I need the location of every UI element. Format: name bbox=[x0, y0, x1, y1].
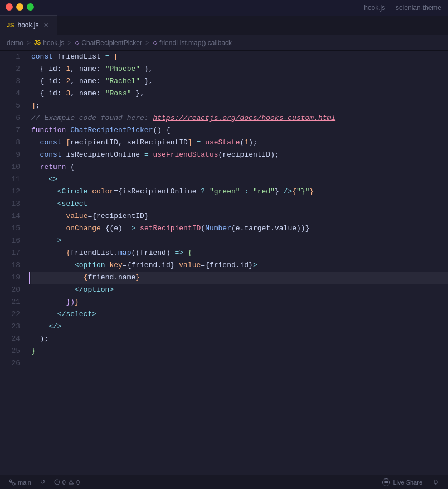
code-line-22: </select> bbox=[31, 308, 448, 321]
ln-15: 15 bbox=[0, 222, 29, 235]
js-file-icon: JS bbox=[34, 40, 41, 46]
sync-icon: ↺ bbox=[40, 478, 45, 486]
breadcrumb-hookjs[interactable]: JS hook.js bbox=[34, 39, 64, 47]
code-line-17: {friendList.map((friend) => { bbox=[31, 247, 448, 259]
code-line-12: <Circle color={isRecipientOnline ? "gree… bbox=[31, 186, 448, 198]
ln-19: 19 bbox=[0, 272, 29, 284]
ln-6: 6 bbox=[0, 112, 29, 124]
ln-18: 18 bbox=[0, 259, 29, 272]
maximize-button[interactable] bbox=[27, 3, 34, 11]
func-icon-2: ◇ bbox=[153, 39, 157, 46]
code-line-11: <> bbox=[31, 173, 448, 186]
func-icon-1: ◇ bbox=[75, 39, 79, 46]
ln-2: 2 bbox=[0, 63, 29, 75]
breadcrumb-chatrecipientpicker-label: ChatRecipientPicker bbox=[81, 39, 142, 47]
breadcrumb-sep-3: > bbox=[145, 39, 149, 47]
ln-16: 16 bbox=[0, 235, 29, 247]
ln-23: 23 bbox=[0, 321, 29, 333]
ln-26: 26 bbox=[0, 357, 29, 370]
code-line-20: </option> bbox=[31, 284, 448, 296]
code-line-25: } bbox=[31, 345, 448, 357]
breadcrumb-sep-2: > bbox=[67, 39, 71, 47]
ln-25: 25 bbox=[0, 345, 29, 357]
close-button[interactable] bbox=[6, 3, 13, 11]
ln-21: 21 bbox=[0, 296, 29, 308]
warning-icon bbox=[68, 479, 74, 485]
comment-link[interactable]: https://reactjs.org/docs/hooks-custom.ht… bbox=[153, 114, 335, 122]
ln-12: 12 bbox=[0, 186, 29, 198]
ln-8: 8 bbox=[0, 137, 29, 149]
editor: 1 2 3 4 5 6 7 8 9 10 11 12 13 14 15 16 1… bbox=[0, 51, 448, 475]
tab-hook-js[interactable]: JS hook.js ✕ bbox=[0, 15, 57, 35]
ln-17: 17 bbox=[0, 247, 29, 259]
ln-9: 9 bbox=[0, 149, 29, 161]
status-bar: main ↺ 0 0 ⇄ Live Share bbox=[0, 475, 448, 489]
breadcrumb-demo[interactable]: demo bbox=[7, 39, 23, 47]
svg-point-6 bbox=[57, 483, 57, 483]
code-line-21: })} bbox=[31, 296, 448, 308]
tab-bar: JS hook.js ✕ bbox=[0, 16, 448, 35]
code-line-8: const [recipientID, setRecipientID] = us… bbox=[31, 137, 448, 149]
code-line-16: > bbox=[31, 235, 448, 247]
status-branch[interactable]: main bbox=[4, 475, 36, 489]
code-line-23: </> bbox=[31, 321, 448, 333]
code-line-13: <select bbox=[31, 198, 448, 210]
status-bell[interactable] bbox=[428, 475, 444, 489]
ln-1: 1 bbox=[0, 51, 29, 63]
live-share-label: Live Share bbox=[393, 479, 422, 486]
window-title: hook.js — selenian-theme bbox=[364, 4, 441, 12]
breadcrumb-callback-label: friendList.map() callback bbox=[159, 39, 232, 47]
code-line-24: ); bbox=[31, 333, 448, 345]
code-line-10: return ( bbox=[31, 161, 448, 173]
code-line-6: // Example code found here: https://reac… bbox=[31, 112, 448, 124]
bell-icon bbox=[432, 479, 439, 486]
breadcrumb-demo-label: demo bbox=[7, 39, 23, 47]
ln-22: 22 bbox=[0, 308, 29, 321]
error-icon bbox=[54, 479, 60, 485]
minimize-button[interactable] bbox=[16, 3, 23, 11]
traffic-lights[interactable] bbox=[6, 3, 34, 11]
title-bar: hook.js — selenian-theme bbox=[0, 0, 448, 16]
tab-close-button[interactable]: ✕ bbox=[42, 21, 50, 29]
status-errors[interactable]: 0 0 bbox=[50, 475, 84, 489]
tab-js-icon: JS bbox=[7, 22, 14, 28]
code-line-7: function ChatRecipientPicker() { bbox=[31, 124, 448, 137]
code-line-19: {friend.name} bbox=[31, 272, 448, 284]
ln-11: 11 bbox=[0, 173, 29, 186]
live-share-icon: ⇄ bbox=[382, 478, 390, 486]
code-line-2: { id: 1, name: "Phoebe" }, bbox=[31, 63, 448, 75]
breadcrumb-sep-1: > bbox=[27, 39, 31, 47]
code-line-5: ]; bbox=[31, 100, 448, 112]
ln-20: 20 bbox=[0, 284, 29, 296]
line-numbers: 1 2 3 4 5 6 7 8 9 10 11 12 13 14 15 16 1… bbox=[0, 51, 29, 475]
ln-3: 3 bbox=[0, 75, 29, 88]
code-line-3: { id: 2, name: "Rachel" }, bbox=[31, 75, 448, 88]
code-line-14: value={recipientID} bbox=[31, 210, 448, 222]
ln-24: 24 bbox=[0, 333, 29, 345]
error-count: 0 bbox=[62, 479, 66, 486]
branch-icon bbox=[9, 479, 16, 486]
code-line-9: const isRecipientOnline = useFriendStatu… bbox=[31, 149, 448, 161]
code-line-15: onChange={(e) => setRecipientID(Number(e… bbox=[31, 222, 448, 235]
ln-7: 7 bbox=[0, 124, 29, 137]
breadcrumb-callback[interactable]: ◇ friendList.map() callback bbox=[153, 39, 232, 47]
code-line-26 bbox=[31, 357, 448, 370]
ln-10: 10 bbox=[0, 161, 29, 173]
warning-count: 0 bbox=[76, 479, 80, 486]
breadcrumb-chatrecipientpicker[interactable]: ◇ ChatRecipientPicker bbox=[75, 39, 142, 47]
tab-label: hook.js bbox=[17, 21, 38, 29]
branch-name: main bbox=[18, 479, 31, 486]
code-line-1: const friendList = [ bbox=[31, 51, 448, 63]
ln-13: 13 bbox=[0, 198, 29, 210]
code-area[interactable]: 1 2 3 4 5 6 7 8 9 10 11 12 13 14 15 16 1… bbox=[0, 51, 448, 475]
code-line-18: <option key={friend.id} value={friend.id… bbox=[31, 259, 448, 272]
ln-4: 4 bbox=[0, 88, 29, 100]
ln-14: 14 bbox=[0, 210, 29, 222]
ln-5: 5 bbox=[0, 100, 29, 112]
breadcrumb-hookjs-label: hook.js bbox=[43, 39, 64, 47]
status-sync[interactable]: ↺ bbox=[36, 475, 50, 489]
code-content[interactable]: const friendList = [ { id: 1, name: "Pho… bbox=[29, 51, 448, 475]
svg-point-0 bbox=[9, 480, 12, 482]
breadcrumb: demo > JS hook.js > ◇ ChatRecipientPicke… bbox=[0, 35, 448, 51]
live-share-button[interactable]: ⇄ Live Share bbox=[377, 475, 428, 489]
